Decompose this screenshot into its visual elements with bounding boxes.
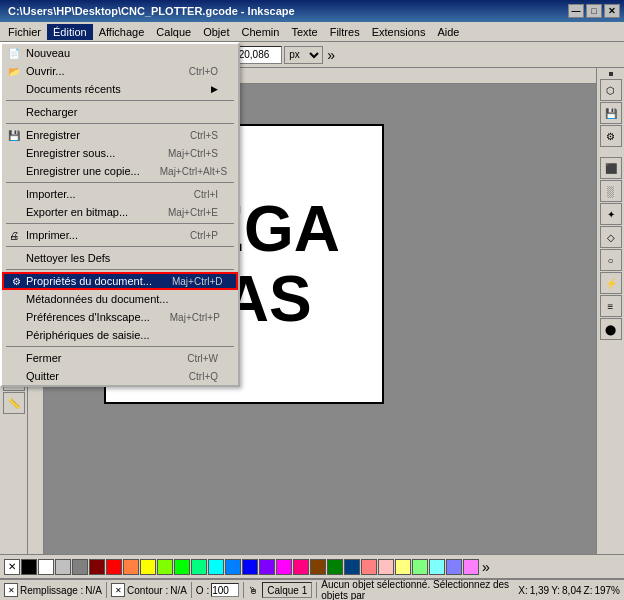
color-swatch-004080[interactable] — [344, 559, 360, 575]
menu-item-exporter-bitmap[interactable]: Exporter en bitmap... Maj+Ctrl+E — [2, 203, 238, 221]
right-tool-layers[interactable]: ≡ — [600, 295, 622, 317]
menu-item-quitter[interactable]: Quitter Ctrl+Q — [2, 367, 238, 385]
color-swatch-000000[interactable] — [21, 559, 37, 575]
right-tool-transform[interactable]: ⚡ — [600, 272, 622, 294]
color-swatch-ff0080[interactable] — [293, 559, 309, 575]
menu-item-nettoyer[interactable]: Nettoyer les Defs — [2, 249, 238, 267]
menu-texte[interactable]: Texte — [285, 24, 323, 40]
docs-recents-arrow: ▶ — [211, 84, 218, 94]
proprietes-icon: ⚙ — [8, 273, 24, 289]
peripheriques-icon — [6, 327, 22, 343]
color-swatch-ffffff[interactable] — [38, 559, 54, 575]
preferences-icon — [6, 309, 22, 325]
window-title: C:\Users\HP\Desktop\CNC_PLOTTER.gcode - … — [4, 5, 295, 17]
menu-item-nouveau[interactable]: 📄 Nouveau — [2, 44, 238, 62]
menu-item-preferences[interactable]: Préférences d'Inkscape... Maj+Ctrl+P — [2, 308, 238, 326]
menu-item-peripheriques[interactable]: Périphériques de saisie... — [2, 326, 238, 344]
importer-label: Importer... — [26, 188, 76, 200]
metadonnees-label: Métadonnées du document... — [26, 293, 168, 305]
menu-item-proprietes[interactable]: ⚙ Propriétés du document... Maj+Ctrl+D — [2, 272, 238, 290]
opacity-input[interactable] — [211, 583, 239, 597]
menu-filtres[interactable]: Filtres — [324, 24, 366, 40]
menu-aide[interactable]: Aide — [431, 24, 465, 40]
menu-item-metadonnees[interactable]: Métadonnées du document... — [2, 290, 238, 308]
menu-item-imprimer[interactable]: 🖨 Imprimer... Ctrl+P — [2, 226, 238, 244]
color-swatch-00ff80[interactable] — [191, 559, 207, 575]
importer-shortcut: Ctrl+I — [194, 189, 218, 200]
color-swatch-00ff00[interactable] — [174, 559, 190, 575]
layer-indicator[interactable]: Calque 1 — [262, 582, 312, 598]
color-swatch-804000[interactable] — [310, 559, 326, 575]
color-swatch-ff8040[interactable] — [123, 559, 139, 575]
status-sep3 — [243, 582, 244, 598]
status-opacity: O : — [196, 583, 239, 597]
menu-item-recharger[interactable]: Recharger — [2, 103, 238, 121]
menu-calque[interactable]: Calque — [150, 24, 197, 40]
right-tool-fill2[interactable]: ◇ — [600, 226, 622, 248]
menu-item-importer[interactable]: Importer... Ctrl+I — [2, 185, 238, 203]
docs-recents-label: Documents récents — [26, 83, 121, 95]
color-swatch-c0c0c0[interactable] — [55, 559, 71, 575]
metadonnees-icon — [6, 291, 22, 307]
right-tool-dist[interactable]: ░ — [600, 180, 622, 202]
menu-item-ouvrir[interactable]: 📂 Ouvrir... Ctrl+O — [2, 62, 238, 80]
menu-item-enregistrer-sous[interactable]: Enregistrer sous... Maj+Ctrl+S — [2, 144, 238, 162]
right-toolbar: ⬡ 💾 ⚙ ⬛ ░ ✦ ◇ ○ ⚡ ≡ ⬤ — [596, 68, 624, 554]
menu-item-fermer[interactable]: Fermer Ctrl+W — [2, 349, 238, 367]
right-tool-1[interactable]: ⬡ — [600, 79, 622, 101]
menu-affichage[interactable]: Affichage — [93, 24, 151, 40]
color-swatch-ffc0c0[interactable] — [378, 559, 394, 575]
unit-select[interactable]: px mm cm in — [284, 46, 323, 64]
status-message: Aucun objet sélectionné. Sélectionnez de… — [321, 579, 514, 600]
menu-chemin[interactable]: Chemin — [235, 24, 285, 40]
color-scroll-right[interactable]: » — [482, 559, 490, 575]
color-swatch-8000ff[interactable] — [259, 559, 275, 575]
color-swatch-808080[interactable] — [72, 559, 88, 575]
color-swatch-800000[interactable] — [89, 559, 105, 575]
color-swatch-80ff00[interactable] — [157, 559, 173, 575]
status-sep1 — [106, 582, 107, 598]
color-swatch-80ffff[interactable] — [429, 559, 445, 575]
menu-item-enregistrer[interactable]: 💾 Enregistrer Ctrl+S — [2, 126, 238, 144]
color-none[interactable]: ✕ — [4, 559, 20, 575]
right-tool-xml[interactable]: ✦ — [600, 203, 622, 225]
color-swatch-008000[interactable] — [327, 559, 343, 575]
color-swatches — [21, 559, 479, 575]
close-button[interactable]: ✕ — [604, 4, 620, 18]
color-swatch-ffff00[interactable] — [140, 559, 156, 575]
tool-measure[interactable]: 📏 — [3, 392, 25, 414]
color-swatch-ffff80[interactable] — [395, 559, 411, 575]
peripheriques-label: Périphériques de saisie... — [26, 329, 150, 341]
color-swatch-ff0000[interactable] — [106, 559, 122, 575]
quitter-label: Quitter — [26, 370, 59, 382]
color-swatch-8080ff[interactable] — [446, 559, 462, 575]
color-swatch-00ffff[interactable] — [208, 559, 224, 575]
minimize-button[interactable]: — — [568, 4, 584, 18]
x-coord-label: X: — [518, 585, 527, 596]
expand-toolbar-icon[interactable]: » — [325, 47, 337, 63]
menu-extensions[interactable]: Extensions — [366, 24, 432, 40]
right-tool-3[interactable]: ⚙ — [600, 125, 622, 147]
sep7 — [6, 346, 234, 347]
right-tool-stroke[interactable]: ○ — [600, 249, 622, 271]
menu-objet[interactable]: Objet — [197, 24, 235, 40]
color-swatch-0080ff[interactable] — [225, 559, 241, 575]
right-tool-objects[interactable]: ⬤ — [600, 318, 622, 340]
sep3 — [6, 182, 234, 183]
right-tool-align[interactable]: ⬛ — [600, 157, 622, 179]
color-swatch-80ff80[interactable] — [412, 559, 428, 575]
color-swatch-ff8080[interactable] — [361, 559, 377, 575]
menu-edition[interactable]: Édition — [47, 24, 93, 40]
menu-item-enregistrer-copie[interactable]: Enregistrer une copie... Maj+Ctrl+Alt+S — [2, 162, 238, 180]
y-coord-value: 8,04 — [562, 585, 581, 596]
right-tool-2[interactable]: 💾 — [600, 102, 622, 124]
color-swatch-ff00ff[interactable] — [276, 559, 292, 575]
ouvrir-icon: 📂 — [6, 63, 22, 79]
proprietes-shortcut: Maj+Ctrl+D — [172, 276, 223, 287]
menu-item-docs-recents[interactable]: Documents récents ▶ — [2, 80, 238, 98]
exporter-bitmap-shortcut: Maj+Ctrl+E — [168, 207, 218, 218]
maximize-button[interactable]: □ — [586, 4, 602, 18]
color-swatch-0000ff[interactable] — [242, 559, 258, 575]
color-swatch-ff80ff[interactable] — [463, 559, 479, 575]
menu-fichier[interactable]: Fichier — [2, 24, 47, 40]
